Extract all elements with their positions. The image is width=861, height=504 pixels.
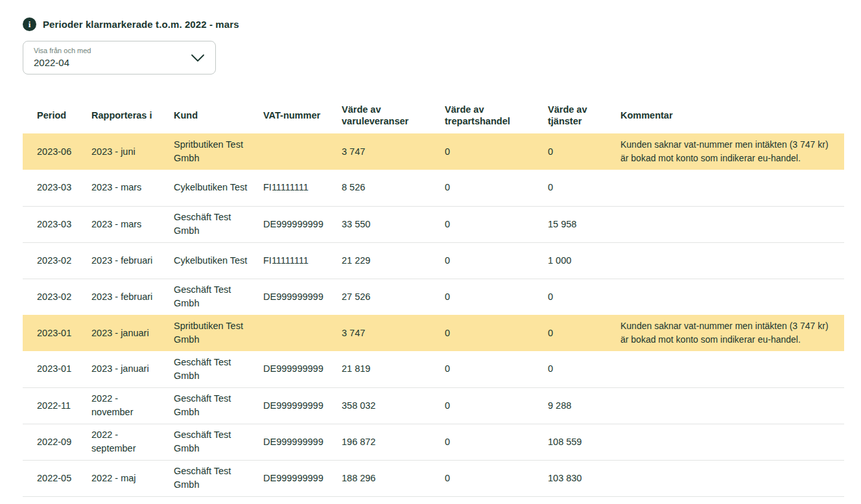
table-row: 2022-092022 - septemberGeschäft Test Gmb… [23,424,844,460]
cell-vat [263,315,342,351]
cell-vat: FI11111111 [263,170,342,206]
table-row: 2023-022023 - februariGeschäft Test Gmbh… [23,279,844,315]
cell-kund: Cykelbutiken Test [174,170,263,206]
show-from-select-value: 2022-04 [34,56,187,69]
cell-period: 2023-01 [23,315,91,351]
cell-vat [263,133,342,170]
cell-rapporteras: 2022 - september [91,424,174,460]
cell-period: 2023-01 [23,351,91,387]
table-row: 2023-012023 - januariSpritbutiken Test G… [23,315,844,351]
table-row: 2023-012023 - januariGeschäft Test GmbhD… [23,351,844,387]
cell-period: 2022-05 [23,460,91,496]
cell-kommentar [620,206,844,242]
cell-vat: DE999999999 [263,279,342,315]
column-header-trepartshandel: Värde av trepartshandel [445,97,548,133]
column-header-rapporteras: Rapporteras i [91,97,174,133]
cell-varuleveranser: 8 526 [342,170,445,206]
info-banner: i Perioder klarmarkerade t.o.m. 2022 - m… [23,17,844,31]
cell-tjanster: 9 288 [548,387,620,424]
cell-tjanster: 103 830 [548,460,620,496]
info-banner-text: Perioder klarmarkerade t.o.m. 2022 - mar… [43,19,239,30]
cell-period: 2023-02 [23,279,91,315]
cell-kund: Cykelbutiken Test [174,242,263,279]
cell-period: 2023-06 [23,133,91,170]
cell-kund: Geschäft Test Gmbh [174,279,263,315]
cell-trepartshandel: 0 [445,387,548,424]
cell-kund: Geschäft Test Gmbh [174,206,263,242]
show-from-select[interactable]: Visa från och med 2022-04 [23,41,216,74]
column-header-kommentar: Kommentar [620,97,844,133]
cell-trepartshandel: 0 [445,242,548,279]
cell-varuleveranser: 21 819 [342,351,445,387]
cell-period: 2023-02 [23,242,91,279]
periodic-summary-page: i Perioder klarmarkerade t.o.m. 2022 - m… [0,0,861,504]
cell-tjanster: 108 559 [548,424,620,460]
cell-trepartshandel: 0 [445,315,548,351]
cell-period: 2022-11 [23,387,91,424]
cell-kommentar: Kunden saknar vat-nummer men intäkten (3… [620,315,844,351]
cell-tjanster: 0 [548,133,620,170]
info-icon: i [23,17,36,31]
cell-varuleveranser: 196 872 [342,424,445,460]
cell-kund: Geschäft Test Gmbh [174,351,263,387]
table-row: 2022-112022 - novemberGeschäft Test Gmbh… [23,387,844,424]
table-row: 2022-052022 - majGeschäft Test GmbhDE999… [23,460,844,496]
periods-table: PeriodRapporteras iKundVAT-nummerVärde a… [23,97,844,497]
cell-kund: Geschäft Test Gmbh [174,424,263,460]
cell-rapporteras: 2023 - mars [91,170,174,206]
table-row: 2023-032023 - marsGeschäft Test GmbhDE99… [23,206,844,242]
cell-trepartshandel: 0 [445,351,548,387]
show-from-select-label: Visa från och med [34,47,187,55]
table-header-row: PeriodRapporteras iKundVAT-nummerVärde a… [23,97,844,133]
cell-tjanster: 1 000 [548,242,620,279]
cell-rapporteras: 2022 - maj [91,460,174,496]
cell-trepartshandel: 0 [445,206,548,242]
cell-trepartshandel: 0 [445,170,548,206]
cell-kommentar: Kunden saknar vat-nummer men intäkten (3… [620,133,844,170]
cell-kommentar [620,170,844,206]
column-header-vat: VAT-nummer [263,97,342,133]
cell-rapporteras: 2023 - mars [91,206,174,242]
cell-kommentar [620,424,844,460]
cell-vat: DE999999999 [263,460,342,496]
column-header-tjanster: Värde av tjänster [548,97,620,133]
cell-trepartshandel: 0 [445,279,548,315]
cell-varuleveranser: 3 747 [342,133,445,170]
cell-kund: Spritbutiken Test Gmbh [174,315,263,351]
column-header-period: Period [23,97,91,133]
cell-trepartshandel: 0 [445,133,548,170]
cell-trepartshandel: 0 [445,424,548,460]
cell-tjanster: 0 [548,170,620,206]
chevron-down-icon [191,52,205,63]
table-row: 2023-062023 - juniSpritbutiken Test Gmbh… [23,133,844,170]
cell-varuleveranser: 358 032 [342,387,445,424]
cell-rapporteras: 2022 - november [91,387,174,424]
cell-tjanster: 0 [548,279,620,315]
table-row: 2023-022023 - februariCykelbutiken TestF… [23,242,844,279]
cell-rapporteras: 2023 - februari [91,279,174,315]
cell-kommentar [620,279,844,315]
cell-varuleveranser: 21 229 [342,242,445,279]
cell-varuleveranser: 3 747 [342,315,445,351]
cell-kund: Spritbutiken Test Gmbh [174,133,263,170]
cell-period: 2023-03 [23,206,91,242]
cell-kommentar [620,460,844,496]
cell-period: 2022-09 [23,424,91,460]
cell-vat: FI11111111 [263,242,342,279]
cell-vat: DE999999999 [263,351,342,387]
cell-vat: DE999999999 [263,206,342,242]
cell-rapporteras: 2023 - februari [91,242,174,279]
column-header-varuleveranser: Värde av varuleveranser [342,97,445,133]
column-header-kund: Kund [174,97,263,133]
cell-tjanster: 15 958 [548,206,620,242]
cell-vat: DE999999999 [263,387,342,424]
cell-kommentar [620,351,844,387]
cell-kommentar [620,242,844,279]
cell-vat: DE999999999 [263,424,342,460]
cell-period: 2023-03 [23,170,91,206]
cell-rapporteras: 2023 - januari [91,351,174,387]
cell-varuleveranser: 33 550 [342,206,445,242]
cell-trepartshandel: 0 [445,460,548,496]
cell-rapporteras: 2023 - januari [91,315,174,351]
cell-varuleveranser: 188 296 [342,460,445,496]
